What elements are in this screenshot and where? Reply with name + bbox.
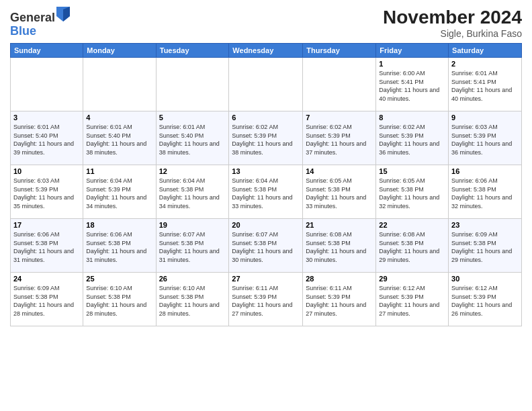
day-number: 9 <box>451 113 519 122</box>
calendar-cell: 20Sunrise: 6:07 AM Sunset: 5:38 PM Dayli… <box>229 219 303 273</box>
day-number: 13 <box>232 167 300 175</box>
day-info: Sunrise: 6:10 AM Sunset: 5:38 PM Dayligh… <box>159 284 226 318</box>
calendar-cell: 18Sunrise: 6:06 AM Sunset: 5:38 PM Dayli… <box>83 219 156 273</box>
calendar-cell: 7Sunrise: 6:02 AM Sunset: 5:39 PM Daylig… <box>303 111 376 165</box>
day-info: Sunrise: 6:09 AM Sunset: 5:38 PM Dayligh… <box>13 284 80 318</box>
day-info: Sunrise: 6:11 AM Sunset: 5:39 PM Dayligh… <box>306 284 373 318</box>
day-number: 14 <box>306 167 373 175</box>
calendar-week-4: 17Sunrise: 6:06 AM Sunset: 5:38 PM Dayli… <box>11 219 522 273</box>
day-info: Sunrise: 6:06 AM Sunset: 5:38 PM Dayligh… <box>13 230 80 264</box>
day-info: Sunrise: 6:04 AM Sunset: 5:38 PM Dayligh… <box>232 177 300 210</box>
calendar-week-3: 10Sunrise: 6:03 AM Sunset: 5:39 PM Dayli… <box>11 165 522 219</box>
calendar-cell: 17Sunrise: 6:06 AM Sunset: 5:38 PM Dayli… <box>11 219 83 273</box>
title-block: November 2024 Sigle, Burkina Faso <box>383 7 522 39</box>
day-info: Sunrise: 6:07 AM Sunset: 5:38 PM Dayligh… <box>159 230 226 264</box>
day-number: 7 <box>306 113 373 122</box>
day-info: Sunrise: 6:09 AM Sunset: 5:38 PM Dayligh… <box>451 230 519 264</box>
calendar-cell: 2Sunrise: 6:01 AM Sunset: 5:41 PM Daylig… <box>449 58 522 111</box>
day-info: Sunrise: 6:06 AM Sunset: 5:38 PM Dayligh… <box>451 177 519 210</box>
day-info: Sunrise: 6:01 AM Sunset: 5:40 PM Dayligh… <box>159 123 226 156</box>
day-number: 24 <box>13 275 80 283</box>
day-info: Sunrise: 6:12 AM Sunset: 5:39 PM Dayligh… <box>451 284 519 318</box>
col-monday: Monday <box>83 44 156 58</box>
day-number: 22 <box>379 221 445 229</box>
calendar-cell: 1Sunrise: 6:00 AM Sunset: 5:41 PM Daylig… <box>376 58 449 111</box>
calendar-cell: 4Sunrise: 6:01 AM Sunset: 5:40 PM Daylig… <box>83 111 156 165</box>
day-info: Sunrise: 6:01 AM Sunset: 5:41 PM Dayligh… <box>451 69 519 103</box>
day-number: 5 <box>159 113 226 122</box>
month-title: November 2024 <box>383 7 522 28</box>
day-info: Sunrise: 6:08 AM Sunset: 5:38 PM Dayligh… <box>306 230 373 264</box>
header: General Blue November 2024 Sigle, Burkin… <box>10 7 522 39</box>
col-tuesday: Tuesday <box>156 44 229 58</box>
day-number: 10 <box>13 167 80 175</box>
day-number: 29 <box>379 275 445 283</box>
day-info: Sunrise: 6:03 AM Sunset: 5:39 PM Dayligh… <box>13 177 80 210</box>
day-number: 11 <box>86 167 152 175</box>
calendar-cell <box>83 58 156 111</box>
calendar-cell <box>303 58 376 111</box>
col-sunday: Sunday <box>11 44 83 58</box>
calendar-table: Sunday Monday Tuesday Wednesday Thursday… <box>10 43 522 326</box>
day-number: 17 <box>13 221 80 229</box>
day-number: 21 <box>306 221 373 229</box>
day-number: 19 <box>159 221 226 229</box>
logo: General Blue <box>10 7 70 38</box>
calendar-cell: 21Sunrise: 6:08 AM Sunset: 5:38 PM Dayli… <box>303 219 376 273</box>
calendar-cell: 28Sunrise: 6:11 AM Sunset: 5:39 PM Dayli… <box>303 273 376 326</box>
calendar-header-row: Sunday Monday Tuesday Wednesday Thursday… <box>11 44 522 58</box>
day-info: Sunrise: 6:02 AM Sunset: 5:39 PM Dayligh… <box>306 123 373 156</box>
day-number: 6 <box>232 113 300 122</box>
calendar-cell: 13Sunrise: 6:04 AM Sunset: 5:38 PM Dayli… <box>229 165 303 219</box>
day-number: 8 <box>379 113 445 122</box>
day-number: 26 <box>159 275 226 283</box>
day-number: 28 <box>306 275 373 283</box>
calendar-cell: 29Sunrise: 6:12 AM Sunset: 5:39 PM Dayli… <box>376 273 449 326</box>
calendar-cell: 30Sunrise: 6:12 AM Sunset: 5:39 PM Dayli… <box>449 273 522 326</box>
calendar-cell: 5Sunrise: 6:01 AM Sunset: 5:40 PM Daylig… <box>156 111 229 165</box>
calendar-cell: 14Sunrise: 6:05 AM Sunset: 5:38 PM Dayli… <box>303 165 376 219</box>
calendar-cell <box>156 58 229 111</box>
day-number: 30 <box>451 275 519 283</box>
day-info: Sunrise: 6:04 AM Sunset: 5:38 PM Dayligh… <box>159 177 226 210</box>
col-friday: Friday <box>376 44 449 58</box>
day-info: Sunrise: 6:12 AM Sunset: 5:39 PM Dayligh… <box>379 284 445 318</box>
day-number: 20 <box>232 221 300 229</box>
logo-icon <box>56 7 70 21</box>
calendar-cell: 3Sunrise: 6:01 AM Sunset: 5:40 PM Daylig… <box>11 111 83 165</box>
day-info: Sunrise: 6:02 AM Sunset: 5:39 PM Dayligh… <box>232 123 300 156</box>
day-number: 18 <box>86 221 152 229</box>
calendar-cell: 6Sunrise: 6:02 AM Sunset: 5:39 PM Daylig… <box>229 111 303 165</box>
day-number: 4 <box>86 113 152 122</box>
logo-blue-text: Blue <box>10 25 70 38</box>
calendar-cell <box>11 58 83 111</box>
calendar-cell <box>229 58 303 111</box>
calendar-cell: 26Sunrise: 6:10 AM Sunset: 5:38 PM Dayli… <box>156 273 229 326</box>
day-number: 27 <box>232 275 300 283</box>
day-number: 2 <box>451 60 519 68</box>
calendar-week-1: 1Sunrise: 6:00 AM Sunset: 5:41 PM Daylig… <box>11 58 522 111</box>
calendar-cell: 16Sunrise: 6:06 AM Sunset: 5:38 PM Dayli… <box>449 165 522 219</box>
location: Sigle, Burkina Faso <box>383 28 522 39</box>
calendar-cell: 24Sunrise: 6:09 AM Sunset: 5:38 PM Dayli… <box>11 273 83 326</box>
day-info: Sunrise: 6:03 AM Sunset: 5:39 PM Dayligh… <box>451 123 519 156</box>
logo-blue-label: Blue <box>10 24 36 38</box>
calendar-cell: 23Sunrise: 6:09 AM Sunset: 5:38 PM Dayli… <box>449 219 522 273</box>
calendar-cell: 12Sunrise: 6:04 AM Sunset: 5:38 PM Dayli… <box>156 165 229 219</box>
day-number: 3 <box>13 113 80 122</box>
calendar-cell: 22Sunrise: 6:08 AM Sunset: 5:38 PM Dayli… <box>376 219 449 273</box>
calendar-cell: 27Sunrise: 6:11 AM Sunset: 5:39 PM Dayli… <box>229 273 303 326</box>
calendar-cell: 10Sunrise: 6:03 AM Sunset: 5:39 PM Dayli… <box>11 165 83 219</box>
col-wednesday: Wednesday <box>229 44 303 58</box>
calendar-cell: 25Sunrise: 6:10 AM Sunset: 5:38 PM Dayli… <box>83 273 156 326</box>
day-number: 16 <box>451 167 519 175</box>
logo-general: General <box>10 11 55 24</box>
day-info: Sunrise: 6:01 AM Sunset: 5:40 PM Dayligh… <box>13 123 80 156</box>
day-number: 23 <box>451 221 519 229</box>
day-info: Sunrise: 6:00 AM Sunset: 5:41 PM Dayligh… <box>379 69 445 103</box>
calendar-cell: 15Sunrise: 6:05 AM Sunset: 5:38 PM Dayli… <box>376 165 449 219</box>
day-info: Sunrise: 6:04 AM Sunset: 5:39 PM Dayligh… <box>86 177 152 210</box>
col-saturday: Saturday <box>449 44 522 58</box>
day-info: Sunrise: 6:06 AM Sunset: 5:38 PM Dayligh… <box>86 230 152 264</box>
day-number: 1 <box>379 60 445 68</box>
